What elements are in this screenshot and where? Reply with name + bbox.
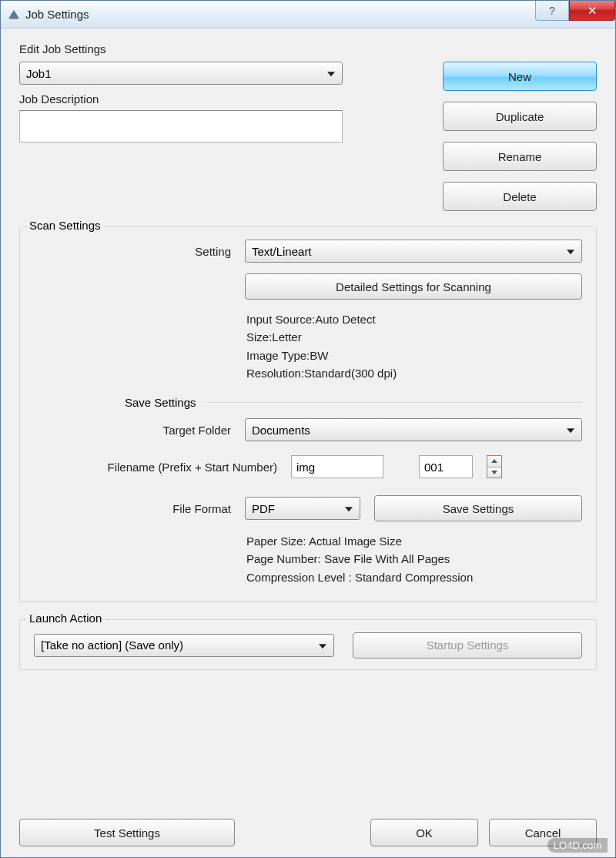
job-select-value: Job1 xyxy=(26,67,52,80)
setting-value: Text/Lineart xyxy=(252,245,312,258)
svg-rect-1 xyxy=(10,18,18,19)
save-info-pagenumber: Page Number: Save File With All Pages xyxy=(246,550,582,568)
filename-start-value: 001 xyxy=(424,461,444,474)
save-settings-button[interactable]: Save Settings xyxy=(374,495,582,521)
duplicate-button[interactable]: Duplicate xyxy=(443,102,597,131)
launch-action-legend: Launch Action xyxy=(26,612,105,625)
filename-label: Filename (Prefix + Start Number) xyxy=(34,461,277,474)
divider xyxy=(206,402,582,403)
svg-marker-0 xyxy=(8,10,19,18)
scan-info-resolution: Resolution:Standard(300 dpi) xyxy=(246,364,582,382)
startup-settings-button: Startup Settings xyxy=(353,632,582,659)
target-folder-label: Target Folder xyxy=(34,424,231,437)
window-title: Job Settings xyxy=(25,8,535,21)
titlebar: Job Settings ? ✕ xyxy=(1,1,615,28)
close-button[interactable]: ✕ xyxy=(569,1,615,21)
job-description-input[interactable] xyxy=(19,110,343,142)
job-select[interactable]: Job1 xyxy=(19,62,343,85)
scan-info-source: Input Source:Auto Detect xyxy=(246,310,582,328)
launch-action-group: Launch Action [Take no action] (Save onl… xyxy=(19,619,597,670)
spinner-up-icon[interactable] xyxy=(487,456,501,468)
scan-settings-legend: Scan Settings xyxy=(26,219,104,232)
filename-prefix-value: img xyxy=(296,461,315,474)
save-settings-heading: Save Settings xyxy=(125,396,201,409)
new-button[interactable]: New xyxy=(443,62,597,91)
save-info-papersize: Paper Size: Actual Image Size xyxy=(246,532,582,550)
watermark: LO4D.com xyxy=(547,838,608,853)
job-settings-window: Job Settings ? ✕ Edit Job Settings Job1 … xyxy=(0,0,616,858)
launch-action-select[interactable]: [Take no action] (Save only) xyxy=(34,634,334,657)
start-number-spinner[interactable] xyxy=(487,455,502,478)
detailed-settings-button[interactable]: Detailed Settings for Scanning xyxy=(245,273,582,300)
app-icon xyxy=(7,8,21,22)
filename-prefix-input[interactable]: img xyxy=(291,455,383,478)
scan-info-imagetype: Image Type:BW xyxy=(246,347,582,364)
target-folder-select[interactable]: Documents xyxy=(245,418,582,441)
save-info-compression: Compression Level : Standard Compression xyxy=(246,568,582,586)
edit-heading: Edit Job Settings xyxy=(19,42,597,55)
help-button[interactable]: ? xyxy=(535,1,569,21)
delete-button[interactable]: Delete xyxy=(443,182,597,211)
target-folder-value: Documents xyxy=(252,424,310,437)
job-description-label: Job Description xyxy=(19,92,397,106)
setting-select[interactable]: Text/Lineart xyxy=(245,240,582,263)
launch-action-value: [Take no action] (Save only) xyxy=(41,638,183,652)
file-format-select[interactable]: PDF xyxy=(245,497,360,520)
setting-label: Setting xyxy=(34,245,231,258)
filename-start-input[interactable]: 001 xyxy=(419,455,473,478)
spinner-down-icon[interactable] xyxy=(487,468,501,478)
file-format-label: File Format xyxy=(34,502,231,515)
rename-button[interactable]: Rename xyxy=(443,142,597,171)
test-settings-button[interactable]: Test Settings xyxy=(19,819,235,846)
scan-settings-group: Scan Settings Setting Text/Lineart Detai… xyxy=(19,226,597,602)
ok-button[interactable]: OK xyxy=(370,819,478,846)
scan-info-size: Size:Letter xyxy=(246,328,582,346)
file-format-value: PDF xyxy=(252,502,275,515)
